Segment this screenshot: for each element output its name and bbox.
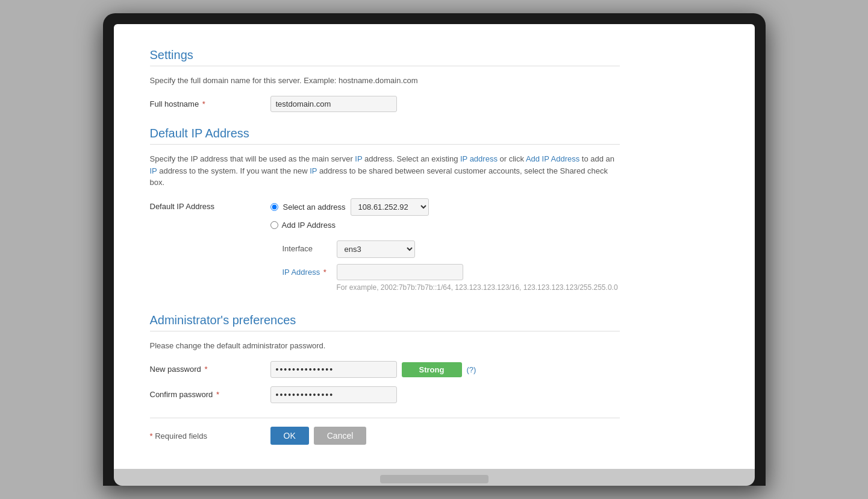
ip-example-text: For example, 2002:7b7b:7b7b::1/64, 123.1…	[337, 283, 618, 293]
footer-row: * Required fields OK Cancel	[150, 427, 620, 445]
laptop-base	[114, 469, 755, 486]
default-ip-label: Default IP Address	[150, 198, 270, 211]
new-password-label: New password *	[150, 361, 270, 374]
interface-select[interactable]: ens3	[337, 240, 415, 258]
hostname-label: Full hostname *	[150, 96, 270, 108]
interface-row: Interface ens3	[283, 240, 618, 258]
strength-badge: Strong	[402, 362, 462, 377]
ip-address-select[interactable]: 108.61.252.92	[351, 198, 429, 216]
select-address-radio[interactable]	[270, 203, 278, 211]
confirm-password-input[interactable]	[270, 386, 397, 403]
settings-section-title: Settings	[150, 48, 620, 62]
add-ip-subfields: Interface ens3 IP Address *	[283, 240, 618, 299]
settings-description: Specify the full domain name for this se…	[150, 75, 620, 87]
hostname-input[interactable]	[270, 96, 397, 112]
ip-address-input-wrap: For example, 2002:7b7b:7b7b::1/64, 123.1…	[337, 264, 618, 293]
default-ip-section-title: Default IP Address	[150, 127, 620, 140]
password-help-link[interactable]: (?)	[467, 365, 476, 374]
hostname-required-star: *	[200, 99, 205, 108]
add-ip-label[interactable]: Add IP Address	[282, 221, 336, 230]
ip-address-input[interactable]	[337, 264, 463, 280]
ip-address-input-row: IP Address * For example, 2002:7b7b:7b7b…	[283, 264, 618, 293]
confirm-password-row: Confirm password *	[150, 386, 620, 403]
add-ip-radio[interactable]	[270, 221, 278, 229]
admin-prefs-divider	[150, 331, 620, 331]
laptop-trackpad	[380, 475, 489, 483]
cancel-button[interactable]: Cancel	[314, 427, 367, 445]
ip-address-sub-label: IP Address *	[283, 264, 337, 277]
password-input-group: Strong (?)	[270, 361, 476, 378]
select-address-row: Select an address 108.61.252.92	[270, 198, 618, 216]
interface-label: Interface	[283, 240, 337, 253]
admin-prefs-title: Administrator's preferences	[150, 313, 620, 327]
select-address-label[interactable]: Select an address	[283, 202, 346, 212]
new-password-input[interactable]	[270, 361, 397, 378]
ip-radio-group: Select an address 108.61.252.92 Add IP A…	[270, 198, 618, 299]
default-ip-divider	[150, 144, 620, 145]
required-text: Required fields	[155, 432, 207, 441]
new-password-row: New password * Strong (?)	[150, 361, 620, 378]
add-ip-row: Add IP Address	[270, 221, 618, 230]
default-ip-description: Specify the IP address that will be used…	[150, 153, 620, 189]
required-fields-note: * Required fields	[150, 432, 270, 441]
hostname-row: Full hostname *	[150, 96, 620, 112]
default-ip-form-row: Default IP Address Select an address 108…	[150, 198, 620, 299]
settings-divider	[150, 66, 620, 66]
required-star: *	[150, 432, 153, 441]
admin-prefs-description: Please change the default administrator …	[150, 340, 620, 352]
confirm-password-label: Confirm password *	[150, 386, 270, 399]
ok-button[interactable]: OK	[270, 427, 309, 445]
interface-select-wrap: ens3	[337, 240, 415, 258]
footer-divider	[150, 418, 620, 418]
